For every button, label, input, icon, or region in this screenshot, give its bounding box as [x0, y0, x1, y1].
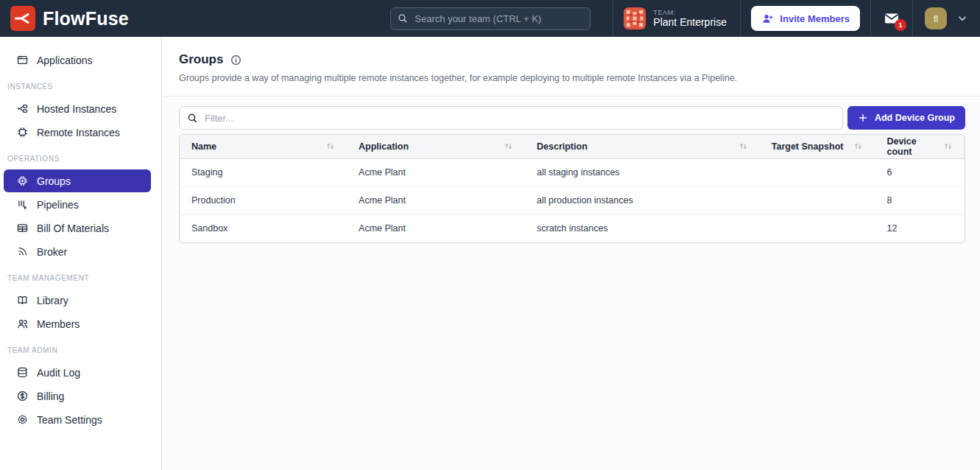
remote-instances-icon [16, 126, 29, 138]
notification-badge: 1 [895, 19, 906, 31]
user-menu[interactable]: fl [913, 0, 980, 37]
cell-device_count: 6 [875, 158, 965, 186]
column-label: Application [359, 141, 409, 152]
sidebar-item-label: Team Settings [37, 414, 102, 426]
sidebar-item-hosted-instances[interactable]: Hosted Instances [4, 97, 151, 120]
table-row-sandbox[interactable]: SandboxAcme Plantscratch instances12 [180, 214, 965, 242]
column-header-target-snapshot[interactable]: Target Snapshot [760, 135, 875, 158]
add-device-group-label: Add Device Group [875, 113, 955, 123]
cell-description: all staging instances [525, 158, 760, 186]
invite-members-area: Invite Members [741, 0, 870, 37]
navbar-spacer [139, 0, 390, 37]
cell-description: scratch instances [525, 214, 760, 242]
applications-icon [16, 54, 29, 66]
cell-name: Production [180, 186, 347, 214]
column-header-name[interactable]: Name [180, 135, 347, 158]
groups-table-card: NameApplicationDescriptionTarget Snapsho… [179, 134, 965, 243]
column-header-description[interactable]: Description [525, 135, 760, 158]
sidebar-item-label: Billing [37, 390, 64, 402]
sidebar-item-remote-instances[interactable]: Remote Instances [4, 121, 151, 144]
sidebar-nav: ApplicationsINSTANCESHosted InstancesRem… [0, 49, 161, 431]
team-name: Plant Enterprise [653, 16, 727, 28]
sort-icon [943, 141, 953, 151]
sort-icon [853, 141, 863, 151]
cell-target_snapshot [760, 186, 875, 214]
sidebar-section-header-team-admin: TEAM ADMIN [7, 346, 161, 354]
column-header-application[interactable]: Application [347, 135, 525, 158]
sidebar-item-label: Broker [37, 246, 67, 258]
sidebar-item-audit-log[interactable]: Audit Log [4, 361, 151, 384]
groups-table: NameApplicationDescriptionTarget Snapsho… [180, 135, 965, 242]
sidebar-item-broker[interactable]: Broker [4, 240, 151, 263]
table-row-production[interactable]: ProductionAcme Plantall production insta… [180, 186, 965, 214]
sidebar-item-label: Pipelines [37, 199, 79, 211]
team-search-input[interactable] [390, 7, 591, 30]
cell-target_snapshot [760, 214, 875, 242]
groups-icon [16, 175, 29, 187]
column-label: Target Snapshot [772, 141, 844, 152]
main-area: Groups Groups provide a way of managing … [162, 37, 980, 470]
pipelines-icon [16, 198, 29, 211]
sidebar-item-groups[interactable]: Groups [4, 169, 151, 192]
page-title: Groups [179, 52, 223, 67]
sidebar-item-pipelines[interactable]: Pipelines [4, 193, 151, 216]
sidebar-section-header-operations: OPERATIONS [7, 155, 161, 163]
cell-device_count: 12 [875, 214, 965, 242]
cell-name: Staging [180, 158, 347, 186]
bill-of-materials-icon [16, 222, 29, 234]
cell-device_count: 8 [875, 186, 965, 214]
top-navbar: FlowFuse TEAM: Plant Enterpri [0, 0, 980, 37]
content-area: Add Device Group NameApplicationDescript… [162, 97, 980, 470]
invite-members-label: Invite Members [780, 13, 850, 24]
brand[interactable]: FlowFuse [0, 0, 139, 37]
user-add-icon [761, 13, 774, 25]
billing-icon [16, 390, 29, 402]
column-label: Device count [886, 136, 939, 157]
cell-target_snapshot [760, 158, 875, 186]
sidebar-item-label: Bill Of Materials [37, 222, 109, 234]
cell-description: all production instances [525, 186, 760, 214]
team-label: TEAM: [653, 9, 727, 16]
sidebar-section-header-instances: INSTANCES [7, 83, 161, 91]
sidebar-item-label: Groups [37, 175, 71, 187]
search-icon [397, 13, 409, 24]
info-icon[interactable] [230, 54, 242, 66]
team-selector[interactable]: TEAM: Plant Enterprise [613, 0, 740, 37]
broker-icon [16, 245, 29, 258]
toolbar: Add Device Group [179, 106, 965, 130]
invite-members-button[interactable]: Invite Members [751, 6, 860, 31]
page-header: Groups Groups provide a way of managing … [162, 37, 980, 97]
sidebar-item-library[interactable]: Library [4, 289, 151, 312]
page-description: Groups provide a way of managing multipl… [179, 73, 963, 83]
sidebar-item-members[interactable]: Members [4, 312, 151, 335]
members-icon [16, 318, 29, 330]
plus-icon [858, 113, 868, 123]
sort-icon [325, 141, 335, 151]
sidebar-item-label: Audit Log [37, 367, 80, 379]
sidebar-item-bill-of-materials[interactable]: Bill Of Materials [4, 217, 151, 239]
library-icon [16, 294, 29, 306]
cell-application: Acme Plant [347, 214, 525, 242]
table-body: StagingAcme Plantall staging instances6P… [180, 158, 965, 242]
cell-application: Acme Plant [347, 158, 525, 186]
table-header-row: NameApplicationDescriptionTarget Snapsho… [180, 135, 965, 158]
table-row-staging[interactable]: StagingAcme Plantall staging instances6 [180, 158, 965, 186]
notifications-button[interactable]: 1 [871, 0, 912, 37]
sidebar-item-team-settings[interactable]: Team Settings [4, 408, 151, 431]
flowfuse-logo-icon [10, 6, 35, 31]
navbar-search-area [390, 0, 613, 37]
sidebar-item-label: Library [37, 295, 68, 306]
column-header-device-count[interactable]: Device count [875, 135, 965, 158]
hosted-instances-icon [16, 102, 29, 115]
sidebar-item-billing[interactable]: Billing [4, 385, 151, 407]
column-label: Description [537, 141, 588, 152]
filter-input[interactable] [179, 106, 843, 130]
brand-name: FlowFuse [43, 8, 129, 29]
sidebar-item-applications[interactable]: Applications [4, 49, 151, 71]
user-avatar: fl [925, 7, 947, 29]
sidebar-item-label: Remote Instances [37, 127, 120, 138]
sort-icon [504, 141, 513, 151]
audit-log-icon [16, 366, 29, 379]
add-device-group-button[interactable]: Add Device Group [847, 106, 965, 130]
filter-search-icon [186, 112, 199, 124]
